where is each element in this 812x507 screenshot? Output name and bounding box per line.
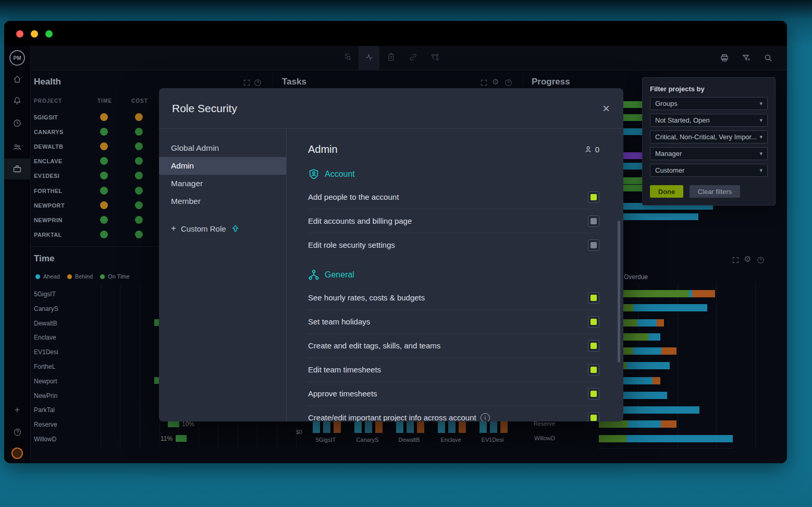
time-row-label: Newport [34,378,57,385]
modal-close-button[interactable]: × [602,102,610,115]
checkbox-off-mark [590,242,597,248]
filter-dropdown-3[interactable]: Manager▾ [650,147,768,160]
health-time-dot [100,216,108,224]
permission-row: Add people to the account [308,185,599,209]
workload-bar-segment [648,333,660,341]
time-bar [176,435,187,442]
workload-bar-segment [599,435,626,442]
workload-bar-segment [692,290,715,297]
time-row-label: WillowD [34,436,56,443]
permission-checkbox[interactable] [588,388,599,400]
health-cost-dot [135,172,143,179]
role-detail-pane: Admin 0 AccountAdd people to the account… [287,129,623,421]
filter-dropdown-4[interactable]: Customer▾ [650,164,768,177]
permission-label: Create/edit important project info acros… [308,413,490,422]
health-time-dot [100,113,108,121]
cost-category-label: CanaryS [347,437,388,443]
workload-bar-segment [637,319,657,327]
chevron-down-icon: ▾ [759,167,762,174]
health-project-name: DEWALTB [34,143,63,150]
filter-dropdown-list: Groups▾Not Started, Open▾Critical, Non-C… [650,97,768,177]
filter-dropdown-2[interactable]: Critical, Non-Critical, Very Impor...▾ [650,130,768,143]
health-project-name: ENCLAVE [34,158,63,164]
permission-label: Add people to the account [308,192,399,201]
permission-checkbox[interactable] [588,239,599,251]
cost-bar [490,421,497,433]
checkbox-on-mark [590,295,597,301]
permission-checkbox[interactable] [588,191,599,203]
role-nav-manager[interactable]: Manager [159,175,286,192]
cost-category-label: 5GigsIT [305,437,347,443]
workload-gridline [716,283,717,448]
permission-label: Edit accounts and billing page [308,216,412,225]
permission-label: Edit team timesheets [308,365,381,374]
checkbox-on-mark [590,415,597,421]
chevron-down-icon: ▾ [759,117,762,124]
checkbox-on-mark [590,319,597,325]
cost-bar [479,421,487,433]
permission-checkbox[interactable] [588,316,599,328]
health-time-dot [100,142,108,150]
permission-label: Create and edit tags, skills, and teams [308,341,440,350]
time-bar [168,420,179,427]
role-nav-admin[interactable]: Admin [159,157,286,175]
cost-bar [375,421,383,433]
permission-checkbox[interactable] [588,340,599,352]
filter-clear-button[interactable]: Clear filters [690,185,740,198]
time-row-label: Reserve [34,421,57,428]
permission-checkbox[interactable] [588,412,599,422]
health-time-dot [100,201,108,209]
cost-bar [313,421,320,433]
workload-bar-segment [599,420,628,428]
cost-bar [334,421,341,433]
role-nav-member[interactable]: Member [159,192,286,210]
add-custom-role-button[interactable]: + Custom Role [159,220,286,237]
health-project-name: NEWPORT [34,202,65,209]
section-header-general: General [308,268,599,282]
time-bar-percent-label: 11% [161,435,173,442]
modal-title: Role Security [172,102,237,115]
time-gridline [120,286,120,448]
workload-bar-segment [661,420,676,428]
health-project-name: NEWPRIN [34,217,63,223]
workload-bar-segment [633,347,661,355]
filter-dropdown-1[interactable]: Not Started, Open▾ [650,114,768,127]
time-gridline [101,286,101,448]
permission-label: Set team holidays [308,317,370,326]
permission-row: Edit team timesheets [308,358,599,382]
role-nav-global-admin[interactable]: Global Admin [159,139,286,157]
health-cost-dot [135,231,143,238]
health-project-name: PARKTAL [34,232,62,238]
cost-bar [354,421,362,433]
cost-category-label: EV1Desi [472,437,513,443]
permission-label: Approve timesheets [308,389,377,398]
chevron-down-icon: ▾ [759,100,762,107]
permission-row: Edit accounts and billing page [308,209,599,233]
permission-checkbox[interactable] [588,364,599,376]
info-icon[interactable]: i [481,413,490,422]
permission-checkbox[interactable] [588,215,599,227]
time-bar-percent-label: 10% [182,420,194,428]
plus-icon: + [171,223,176,234]
time-row-label: ParkTal [34,406,55,414]
health-time-dot [100,187,108,195]
filter-popup-title: Filter projects by [650,85,768,93]
cost-category-label: Enclave [430,437,472,443]
section-header-account: Account [308,167,599,181]
workload-bar-segment [661,347,676,355]
health-cost-dot [135,128,143,136]
permission-checkbox[interactable] [588,292,599,304]
health-time-dot [100,128,108,136]
workload-gridline [755,283,756,448]
permission-row: See hourly rates, costs & budgets [308,286,599,310]
filter-dropdown-value: Groups [655,100,678,107]
modal-scrollbar-thumb[interactable] [618,221,620,363]
cost-bar [365,421,372,433]
role-member-count: 0 [584,145,599,154]
permission-list: See hourly rates, costs & budgetsSet tea… [308,286,599,421]
health-time-dot [100,231,108,238]
permission-row: Set team holidays [308,310,599,334]
filter-dropdown-0[interactable]: Groups▾ [650,97,768,110]
filter-done-button[interactable]: Done [650,185,683,198]
person-icon [584,145,593,154]
